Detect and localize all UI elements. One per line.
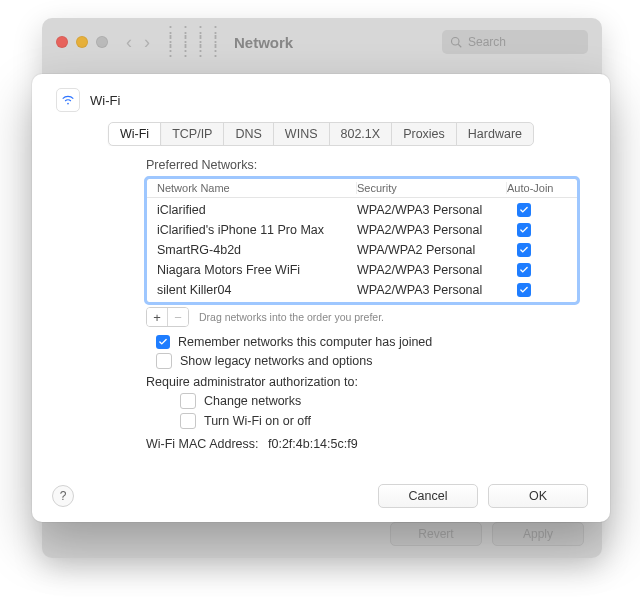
auto-join-cell bbox=[507, 283, 567, 298]
revert-button: Revert bbox=[390, 522, 482, 546]
legacy-checkbox[interactable] bbox=[156, 353, 172, 369]
remove-network-button[interactable]: − bbox=[167, 308, 188, 326]
tab-tcp-ip[interactable]: TCP/IP bbox=[160, 122, 224, 146]
svg-line-1 bbox=[458, 44, 461, 47]
change-networks-checkbox[interactable] bbox=[180, 393, 196, 409]
drag-hint: Drag networks into the order you prefer. bbox=[199, 311, 384, 323]
network-security: WPA2/WPA3 Personal bbox=[357, 263, 507, 277]
mac-address-value: f0:2f:4b:14:5c:f9 bbox=[268, 437, 358, 451]
auto-join-checkbox[interactable] bbox=[517, 243, 531, 257]
network-row[interactable]: iClarified's iPhone 11 Pro MaxWPA2/WPA3 … bbox=[147, 220, 577, 240]
back-icon[interactable]: ‹ bbox=[126, 32, 132, 53]
auto-join-cell bbox=[507, 203, 567, 218]
search-placeholder: Search bbox=[468, 35, 506, 49]
tab-802-1x[interactable]: 802.1X bbox=[329, 122, 393, 146]
auto-join-cell bbox=[507, 243, 567, 258]
network-name: iClarified's iPhone 11 Pro Max bbox=[157, 223, 357, 237]
auto-join-cell bbox=[507, 223, 567, 238]
settings-tabs: Wi-FiTCP/IPDNSWINS802.1XProxiesHardware bbox=[56, 122, 586, 146]
network-security: WPA2/WPA3 Personal bbox=[357, 203, 507, 217]
tab-wi-fi[interactable]: Wi-Fi bbox=[108, 122, 161, 146]
help-button[interactable]: ? bbox=[52, 485, 74, 507]
wifi-settings-sheet: Wi-Fi Wi-FiTCP/IPDNSWINS802.1XProxiesHar… bbox=[32, 74, 610, 522]
admin-auth-label: Require administrator authorization to: bbox=[146, 375, 358, 389]
svg-point-0 bbox=[452, 38, 460, 46]
search-field[interactable]: Search bbox=[442, 30, 588, 54]
network-security: WPA2/WPA3 Personal bbox=[357, 223, 507, 237]
change-networks-label: Change networks bbox=[204, 394, 301, 408]
network-row[interactable]: Niagara Motors Free WiFiWPA2/WPA3 Person… bbox=[147, 260, 577, 280]
auto-join-checkbox[interactable] bbox=[517, 203, 531, 217]
wifi-icon bbox=[56, 88, 80, 112]
remember-label: Remember networks this computer has join… bbox=[178, 335, 432, 349]
cancel-button[interactable]: Cancel bbox=[378, 484, 478, 508]
tab-wins[interactable]: WINS bbox=[273, 122, 330, 146]
network-row[interactable]: iClarifiedWPA2/WPA3 Personal bbox=[147, 200, 577, 220]
networks-header: Network Name Security Auto-Join bbox=[147, 179, 577, 198]
network-name: Niagara Motors Free WiFi bbox=[157, 263, 357, 277]
network-row[interactable]: silent Killer04WPA2/WPA3 Personal bbox=[147, 280, 577, 300]
col-security[interactable]: Security bbox=[357, 182, 507, 194]
parent-footer: Revert Apply bbox=[390, 522, 584, 546]
network-security: WPA/WPA2 Personal bbox=[357, 243, 507, 257]
preferred-networks-list[interactable]: Network Name Security Auto-Join iClarifi… bbox=[146, 178, 578, 303]
sheet-title: Wi-Fi bbox=[90, 93, 120, 108]
col-network-name[interactable]: Network Name bbox=[157, 182, 357, 194]
auto-join-cell bbox=[507, 263, 567, 278]
nav-arrows: ‹ › bbox=[126, 32, 150, 53]
col-auto-join[interactable]: Auto-Join bbox=[507, 182, 567, 194]
mac-address-label: Wi-Fi MAC Address: bbox=[146, 437, 259, 451]
ok-button[interactable]: OK bbox=[488, 484, 588, 508]
network-name: SmartRG-4b2d bbox=[157, 243, 357, 257]
network-security: WPA2/WPA3 Personal bbox=[357, 283, 507, 297]
network-name: silent Killer04 bbox=[157, 283, 357, 297]
wifi-toggle-checkbox[interactable] bbox=[180, 413, 196, 429]
tab-proxies[interactable]: Proxies bbox=[391, 122, 457, 146]
legacy-label: Show legacy networks and options bbox=[180, 354, 372, 368]
preferred-networks-label: Preferred Networks: bbox=[146, 158, 578, 172]
parent-toolbar: ‹ › ⋮⋮⋮⋮⋮⋮⋮⋮⋮⋮⋮⋮ Network Search bbox=[42, 18, 602, 66]
tab-hardware[interactable]: Hardware bbox=[456, 122, 534, 146]
wifi-toggle-label: Turn Wi-Fi on or off bbox=[204, 414, 311, 428]
apply-button: Apply bbox=[492, 522, 584, 546]
show-all-icon[interactable]: ⋮⋮⋮⋮⋮⋮⋮⋮⋮⋮⋮⋮ bbox=[162, 29, 222, 55]
auto-join-checkbox[interactable] bbox=[517, 283, 531, 297]
network-row[interactable]: SmartRG-4b2dWPA/WPA2 Personal bbox=[147, 240, 577, 260]
window-controls[interactable] bbox=[56, 36, 108, 48]
search-icon bbox=[450, 36, 462, 48]
close-window-icon[interactable] bbox=[56, 36, 68, 48]
network-name: iClarified bbox=[157, 203, 357, 217]
list-buttons: + − bbox=[146, 307, 189, 327]
zoom-window-icon[interactable] bbox=[96, 36, 108, 48]
remember-checkbox[interactable] bbox=[156, 335, 170, 349]
auto-join-checkbox[interactable] bbox=[517, 223, 531, 237]
minimize-window-icon[interactable] bbox=[76, 36, 88, 48]
forward-icon: › bbox=[144, 32, 150, 53]
tab-dns[interactable]: DNS bbox=[223, 122, 273, 146]
auto-join-checkbox[interactable] bbox=[517, 263, 531, 277]
parent-title: Network bbox=[234, 34, 293, 51]
add-network-button[interactable]: + bbox=[147, 308, 167, 326]
